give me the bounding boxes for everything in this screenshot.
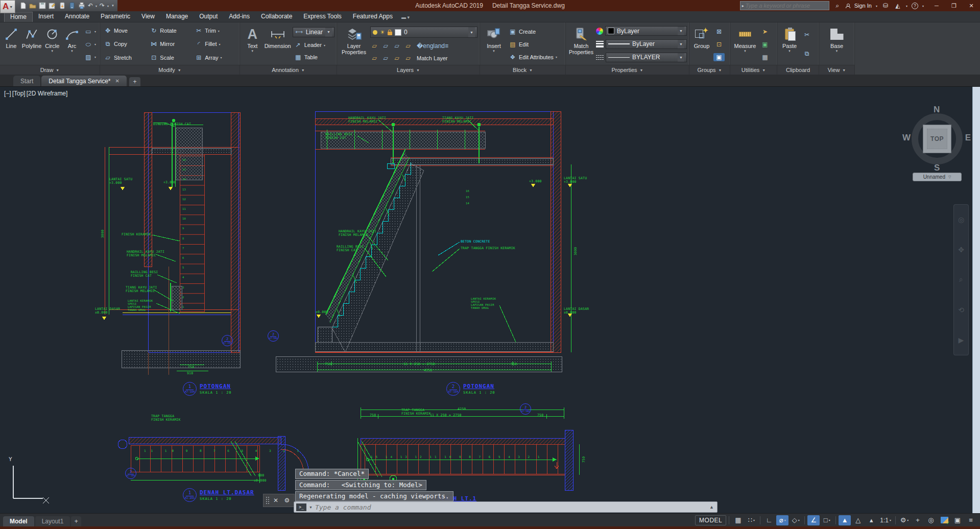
vertical-scrollbar[interactable] <box>972 87 980 513</box>
match-layer-button[interactable]: Match Layer <box>415 55 449 62</box>
save-as-icon[interactable] <box>49 2 56 10</box>
autodesk-app-icon[interactable]: ◭ <box>894 2 902 9</box>
app-menu-button[interactable]: A▼ <box>0 0 15 13</box>
qat-customize-dropdown[interactable]: ▼ <box>111 4 114 7</box>
arc-dropdown[interactable]: ▼ <box>70 50 74 53</box>
paste-button[interactable]: Paste ▼ <box>779 24 800 64</box>
viewcube-west[interactable]: W <box>902 133 911 143</box>
cut-button[interactable]: ✂ <box>801 31 812 39</box>
status-annotation-scale[interactable]: 1:1▾ <box>878 515 893 525</box>
restore-button[interactable]: ❐ <box>945 0 963 11</box>
command-input[interactable] <box>315 503 707 511</box>
layout1-tab[interactable]: Layout1 <box>35 516 70 526</box>
model-tab[interactable]: Model <box>3 516 34 526</box>
group-button[interactable]: ✦ Group <box>691 24 712 64</box>
ribbon-tab-parametric[interactable]: Parametric <box>95 12 136 22</box>
search-history-icon[interactable]: ▸ <box>742 4 744 8</box>
quick-select-button[interactable]: ➤ <box>759 28 771 36</box>
viewcube-north[interactable]: N <box>934 105 940 115</box>
linetype-dropdown[interactable]: ▼ <box>678 53 684 62</box>
layer-prev-icon[interactable]: ▱ <box>404 55 412 62</box>
rotate-button[interactable]: ↻Rotate <box>148 24 192 37</box>
file-tab-start[interactable]: Start <box>13 76 40 86</box>
show-motion-icon[interactable]: ▶ <box>959 336 964 344</box>
panel-label-modify[interactable]: Modify▼ <box>100 65 240 75</box>
status-object-isolate-icon[interactable]: ◎ <box>925 515 937 525</box>
status-grid-icon[interactable]: ▦ <box>732 515 744 525</box>
line-button[interactable]: Line <box>2 24 20 64</box>
command-close-icon[interactable]: ✕ <box>271 497 281 504</box>
dimension-style-combo[interactable]: ⟷ Linear ▼ <box>293 27 334 37</box>
ribbon-tab-insert[interactable]: Insert <box>33 12 59 22</box>
layer-match-icon[interactable]: ▱ <box>393 55 401 62</box>
search-icon[interactable]: ⌕ <box>833 2 842 9</box>
mobile-save-icon[interactable] <box>59 2 66 10</box>
command-dock-grip[interactable] <box>266 496 270 504</box>
lineweight-combo[interactable]: ByLayer ▼ <box>606 39 687 49</box>
layer-off-icon[interactable]: ▱ <box>370 42 378 50</box>
linear-dropdown[interactable]: ▼ <box>325 28 332 37</box>
hatch-button[interactable]: ▨▾ <box>83 53 98 61</box>
file-tab-close-icon[interactable]: ✕ <box>115 78 119 84</box>
new-drawing-tab-button[interactable]: + <box>129 77 140 86</box>
table-button[interactable]: ▦Table <box>293 53 334 61</box>
panel-label-view[interactable]: View▼ <box>819 65 854 75</box>
base-dropdown[interactable]: ▼ <box>835 50 839 53</box>
help-dropdown[interactable]: ▾ <box>922 4 924 8</box>
viewport-view-control[interactable]: [Top] <box>12 90 26 97</box>
block-create-button[interactable]: ▣Create <box>507 28 559 36</box>
recent-commands-dropdown[interactable]: ▼ <box>309 506 313 509</box>
linetype-combo[interactable]: BYLAYER ▼ <box>606 53 687 62</box>
group-edit-button[interactable]: ⊡ <box>713 40 725 49</box>
status-workspace-icon[interactable]: ⚙▾ <box>898 515 911 525</box>
scale-button[interactable]: ⊡Scale <box>148 51 192 64</box>
status-clean-screen-icon[interactable]: ▣ <box>951 515 964 525</box>
layer-lock-icon[interactable]: ▱ <box>404 42 412 50</box>
ribbon-display-toggle[interactable]: ▬ ▾ <box>401 15 410 22</box>
new-file-icon[interactable] <box>19 2 27 10</box>
new-layout-button[interactable]: + <box>71 516 81 526</box>
command-customize-icon[interactable]: ⚙ <box>282 497 292 504</box>
status-object-snap-tracking-icon[interactable]: ∠ <box>807 515 820 525</box>
status-annotation-autoscale-icon[interactable]: △ <box>852 515 864 525</box>
ribbon-tab-annotate[interactable]: Annotate <box>59 12 95 22</box>
trim-button[interactable]: ✂Trim▾ <box>193 24 237 37</box>
ribbon-tab-featured-apps[interactable]: Featured Apps <box>347 12 398 22</box>
orbit-icon[interactable]: ⟲ <box>958 306 964 314</box>
model-space-toggle[interactable]: MODEL <box>695 515 726 525</box>
minimize-button[interactable]: ─ <box>928 0 945 11</box>
panel-label-annotation[interactable]: Annotation▼ <box>240 65 337 75</box>
rectangle-button[interactable]: ▭▾ <box>83 28 98 36</box>
ribbon-tab-home[interactable]: Home <box>4 12 33 22</box>
help-icon[interactable]: ? <box>912 3 918 9</box>
layer-combo-dropdown[interactable]: ▼ <box>468 27 475 37</box>
panel-label-utilities[interactable]: Utilities▼ <box>730 65 777 75</box>
match-properties-button[interactable]: Match Properties <box>568 24 594 64</box>
status-annotation-visibility-icon[interactable]: ▲ <box>839 515 851 525</box>
ungroup-button[interactable]: ⊠ <box>713 28 725 36</box>
mirror-button[interactable]: ⋈Mirror <box>148 37 192 51</box>
status-annotation-monitor-icon[interactable]: ▴ <box>865 515 877 525</box>
panel-label-block[interactable]: Block▼ <box>480 65 565 75</box>
viewcube-top-face[interactable]: TOP <box>923 125 951 153</box>
status-ortho-icon[interactable]: ∟ <box>763 515 775 525</box>
viewcube-east[interactable]: E <box>965 133 971 143</box>
drawing-canvas[interactable]: [−][Top][2D Wireframe] <box>0 87 980 513</box>
measure-dropdown[interactable]: ▼ <box>744 50 747 53</box>
status-object-snap-icon[interactable]: □▾ <box>821 515 833 525</box>
ribbon-tab-express-tools[interactable]: Express Tools <box>298 12 347 22</box>
circle-button[interactable]: Circle ▼ <box>43 24 61 64</box>
lineweight-dropdown[interactable]: ▼ <box>678 40 684 49</box>
layer-isolate-icon[interactable]: ▱ <box>381 42 390 50</box>
ribbon-tab-collaborate[interactable]: Collaborate <box>255 12 298 22</box>
autodesk-app-dropdown[interactable]: ▾ <box>906 4 907 8</box>
ribbon-tab-view[interactable]: View <box>136 12 160 22</box>
object-color-combo[interactable]: ByLayer ▼ <box>605 26 687 36</box>
color-dropdown[interactable]: ▼ <box>678 27 684 35</box>
group-selection-toggle[interactable]: ▣ <box>713 53 725 61</box>
sign-in-dropdown[interactable]: ▾ <box>876 4 877 8</box>
measure-button[interactable]: Measure ▼ <box>732 24 758 64</box>
text-button[interactable]: A Text ▼ <box>242 24 263 64</box>
panel-label-layers[interactable]: Layers▼ <box>337 65 480 75</box>
ribbon-tab-output[interactable]: Output <box>194 12 223 22</box>
